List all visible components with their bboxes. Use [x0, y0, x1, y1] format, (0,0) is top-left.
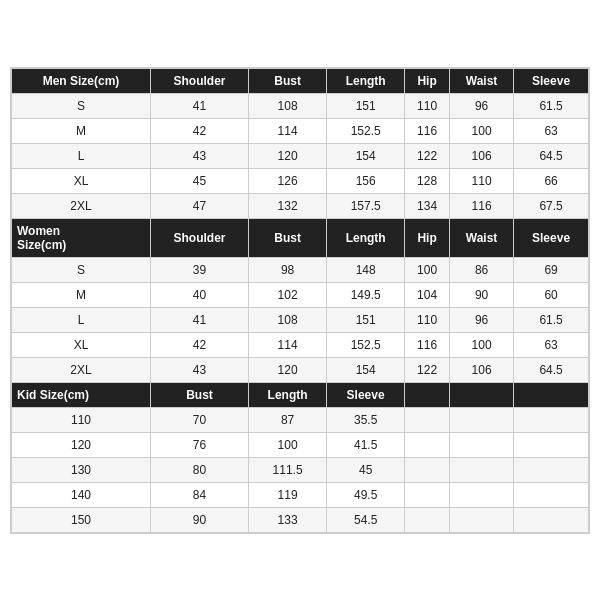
men-hip-2xl: 134 [405, 193, 450, 218]
women-shoulder-m: 40 [151, 282, 249, 307]
women-hip-l: 110 [405, 307, 450, 332]
men-shoulder-2xl: 47 [151, 193, 249, 218]
kid-size-110: 110 [12, 407, 151, 432]
women-length-s: 148 [327, 257, 405, 282]
kid-length-120: 100 [249, 432, 327, 457]
men-shoulder-m: 42 [151, 118, 249, 143]
kid-row-150: 150 90 133 54.5 [12, 507, 589, 532]
women-waist-l: 96 [450, 307, 514, 332]
kid-size-130: 130 [12, 457, 151, 482]
women-shoulder-xl: 42 [151, 332, 249, 357]
kid-bust-140: 84 [151, 482, 249, 507]
kid-row-120: 120 76 100 41.5 [12, 432, 589, 457]
women-col-hip: Hip [405, 218, 450, 257]
women-size-s: S [12, 257, 151, 282]
women-sleeve-s: 69 [514, 257, 589, 282]
kid-col-empty2 [450, 382, 514, 407]
men-row-m: M 42 114 152.5 116 100 63 [12, 118, 589, 143]
kid-length-150: 133 [249, 507, 327, 532]
men-waist-xl: 110 [450, 168, 514, 193]
women-row-l: L 41 108 151 110 96 61.5 [12, 307, 589, 332]
women-col-sleeve: Sleeve [514, 218, 589, 257]
women-shoulder-s: 39 [151, 257, 249, 282]
men-size-s: S [12, 93, 151, 118]
men-row-xl: XL 45 126 156 128 110 66 [12, 168, 589, 193]
women-hip-2xl: 122 [405, 357, 450, 382]
men-shoulder-l: 43 [151, 143, 249, 168]
men-shoulder-xl: 45 [151, 168, 249, 193]
men-bust-l: 120 [249, 143, 327, 168]
men-length-l: 154 [327, 143, 405, 168]
women-waist-m: 90 [450, 282, 514, 307]
men-length-2xl: 157.5 [327, 193, 405, 218]
men-hip-xl: 128 [405, 168, 450, 193]
women-header-row: WomenSize(cm) Shoulder Bust Length Hip W… [12, 218, 589, 257]
men-hip-s: 110 [405, 93, 450, 118]
men-sleeve-2xl: 67.5 [514, 193, 589, 218]
women-row-2xl: 2XL 43 120 154 122 106 64.5 [12, 357, 589, 382]
men-length-s: 151 [327, 93, 405, 118]
women-waist-s: 86 [450, 257, 514, 282]
kid-size-label: Kid Size(cm) [12, 382, 151, 407]
women-bust-s: 98 [249, 257, 327, 282]
women-col-waist: Waist [450, 218, 514, 257]
men-col-length: Length [327, 68, 405, 93]
kid-size-140: 140 [12, 482, 151, 507]
kid-col-empty3 [514, 382, 589, 407]
kid-length-110: 87 [249, 407, 327, 432]
kid-row-110: 110 70 87 35.5 [12, 407, 589, 432]
women-sleeve-xl: 63 [514, 332, 589, 357]
women-length-m: 149.5 [327, 282, 405, 307]
men-col-shoulder: Shoulder [151, 68, 249, 93]
men-col-hip: Hip [405, 68, 450, 93]
women-hip-xl: 116 [405, 332, 450, 357]
men-hip-m: 116 [405, 118, 450, 143]
women-col-length: Length [327, 218, 405, 257]
men-length-xl: 156 [327, 168, 405, 193]
women-shoulder-l: 41 [151, 307, 249, 332]
kid-header-row: Kid Size(cm) Bust Length Sleeve [12, 382, 589, 407]
women-bust-m: 102 [249, 282, 327, 307]
women-bust-xl: 114 [249, 332, 327, 357]
men-row-l: L 43 120 154 122 106 64.5 [12, 143, 589, 168]
kid-sleeve-140: 49.5 [327, 482, 405, 507]
women-bust-2xl: 120 [249, 357, 327, 382]
women-size-l: L [12, 307, 151, 332]
women-shoulder-2xl: 43 [151, 357, 249, 382]
women-sleeve-l: 61.5 [514, 307, 589, 332]
men-size-m: M [12, 118, 151, 143]
kid-row-130: 130 80 111.5 45 [12, 457, 589, 482]
size-chart: Men Size(cm) Shoulder Bust Length Hip Wa… [10, 67, 590, 534]
women-size-2xl: 2XL [12, 357, 151, 382]
men-bust-2xl: 132 [249, 193, 327, 218]
kid-col-sleeve: Sleeve [327, 382, 405, 407]
women-hip-m: 104 [405, 282, 450, 307]
men-size-2xl: 2XL [12, 193, 151, 218]
kid-length-130: 111.5 [249, 457, 327, 482]
women-waist-2xl: 106 [450, 357, 514, 382]
men-waist-l: 106 [450, 143, 514, 168]
women-size-m: M [12, 282, 151, 307]
women-hip-s: 100 [405, 257, 450, 282]
women-length-2xl: 154 [327, 357, 405, 382]
kid-sleeve-110: 35.5 [327, 407, 405, 432]
men-row-s: S 41 108 151 110 96 61.5 [12, 93, 589, 118]
men-sleeve-xl: 66 [514, 168, 589, 193]
kid-col-bust: Bust [151, 382, 249, 407]
men-size-label: Men Size(cm) [12, 68, 151, 93]
kid-sleeve-120: 41.5 [327, 432, 405, 457]
kid-sleeve-130: 45 [327, 457, 405, 482]
women-row-xl: XL 42 114 152.5 116 100 63 [12, 332, 589, 357]
women-size-xl: XL [12, 332, 151, 357]
women-row-m: M 40 102 149.5 104 90 60 [12, 282, 589, 307]
men-length-m: 152.5 [327, 118, 405, 143]
kid-bust-130: 80 [151, 457, 249, 482]
men-col-waist: Waist [450, 68, 514, 93]
men-shoulder-s: 41 [151, 93, 249, 118]
men-bust-m: 114 [249, 118, 327, 143]
women-sleeve-2xl: 64.5 [514, 357, 589, 382]
men-waist-2xl: 116 [450, 193, 514, 218]
kid-bust-110: 70 [151, 407, 249, 432]
men-waist-m: 100 [450, 118, 514, 143]
men-size-l: L [12, 143, 151, 168]
